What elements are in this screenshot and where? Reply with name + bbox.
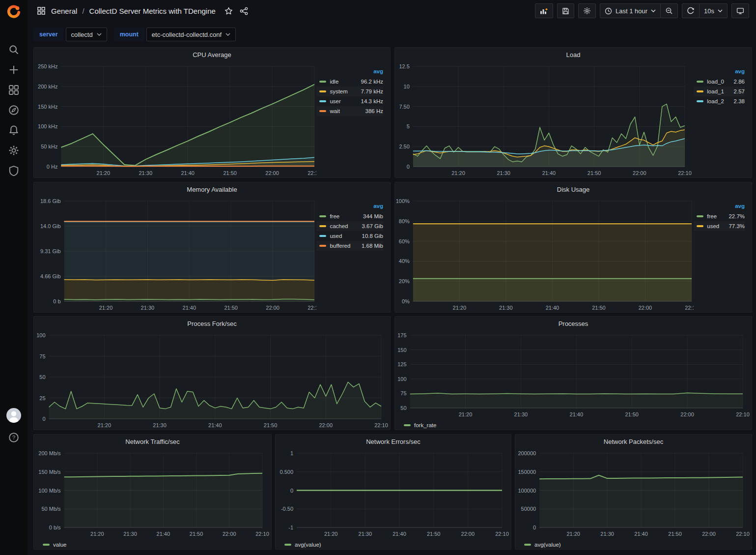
variable-server-value-dropdown[interactable]: collectd: [66, 28, 107, 41]
save-dashboard-button[interactable]: [557, 3, 574, 18]
series-color-dash: [319, 225, 326, 227]
legend-item-free[interactable]: free22.7%: [694, 211, 745, 221]
series-color-dash: [524, 544, 531, 546]
legend-item-used[interactable]: used77.3%: [694, 221, 745, 231]
search-icon[interactable]: [7, 43, 20, 56]
cycle-view-mode-button[interactable]: [731, 3, 749, 18]
refresh-interval-label: 10s: [704, 7, 714, 15]
svg-text:21:50: 21:50: [592, 305, 606, 311]
svg-text:22:10: 22:10: [736, 531, 750, 537]
dashboard-settings-button[interactable]: [578, 3, 596, 18]
svg-text:18.6 Gib: 18.6 Gib: [40, 198, 61, 204]
panel-title[interactable]: Processes: [395, 317, 752, 330]
star-icon[interactable]: [224, 6, 234, 16]
panel-title[interactable]: Network Traffic/sec: [34, 435, 271, 448]
svg-text:150000: 150000: [518, 469, 536, 475]
svg-text:22:00: 22:00: [319, 422, 333, 428]
configuration-gear-icon[interactable]: [7, 144, 20, 157]
svg-text:21:40: 21:40: [208, 422, 222, 428]
legend-item-buffered[interactable]: buffered1.68 Mib: [316, 241, 383, 251]
disk-usage-chart[interactable]: 21:2021:3021:4021:5022:0022:100%20%40%60…: [395, 196, 694, 313]
svg-text:22:00: 22:00: [223, 531, 236, 537]
alerting-bell-icon[interactable]: [7, 124, 20, 137]
svg-text:21:30: 21:30: [141, 305, 155, 311]
panel-title[interactable]: Disk Usage: [395, 182, 752, 196]
load-chart[interactable]: 21:2021:3021:4021:5022:0022:1002.5057.50…: [395, 61, 694, 178]
series-color-dash: [404, 424, 411, 426]
legend-item-avg(value)[interactable]: avg(value): [284, 542, 321, 548]
svg-text:22:00: 22:00: [461, 531, 475, 537]
legend-item-cached[interactable]: cached3.67 Gib: [316, 221, 383, 231]
grafana-logo-icon[interactable]: [5, 3, 22, 20]
legend-header: avg: [694, 68, 745, 77]
panel-title[interactable]: Memory Available: [34, 182, 390, 196]
legend-item-value[interactable]: value: [43, 542, 67, 548]
zoom-out-icon: [665, 7, 673, 15]
server-admin-shield-icon[interactable]: [7, 164, 20, 177]
svg-text:12.5: 12.5: [399, 63, 409, 69]
share-icon[interactable]: [239, 6, 249, 16]
chevron-down-icon: [651, 9, 656, 12]
time-range-picker[interactable]: Last 1 hour: [600, 3, 661, 18]
panel-title[interactable]: CPU Average: [34, 48, 390, 61]
explore-compass-icon[interactable]: [7, 104, 20, 117]
svg-text:0 b: 0 b: [53, 298, 60, 304]
svg-text:0: 0: [42, 416, 45, 422]
svg-text:21:30: 21:30: [499, 305, 513, 311]
variable-mount-value-dropdown[interactable]: etc-collectd-collectd.conf: [146, 28, 236, 41]
help-icon[interactable]: ?: [7, 431, 20, 444]
svg-text:21:30: 21:30: [123, 531, 137, 537]
legend-item-load_1[interactable]: load_12.57: [694, 87, 745, 96]
legend-item-used[interactable]: used10.8 Gib: [316, 231, 383, 241]
processes-chart[interactable]: 21:2021:3021:4021:5022:0022:105075100125…: [395, 330, 753, 420]
legend-item-wait[interactable]: wait386 Hz: [316, 106, 383, 116]
panel-title[interactable]: Load: [395, 48, 752, 61]
network-errors-chart[interactable]: 21:2021:3021:4021:5022:0022:10-1-0.5000.…: [276, 448, 512, 539]
process-fork-chart[interactable]: 21:2021:3021:4021:5022:0022:100255075100: [34, 330, 391, 431]
svg-text:100 kHz: 100 kHz: [38, 123, 57, 129]
panel-title[interactable]: Process Fork/sec: [34, 317, 390, 330]
network-packets-chart[interactable]: 21:2021:3021:4021:5022:0022:100500001000…: [515, 448, 753, 539]
add-panel-button[interactable]: [535, 3, 553, 18]
legend-item-load_2[interactable]: load_22.38: [694, 96, 745, 106]
create-plus-icon[interactable]: [7, 63, 20, 76]
disk-usage-legend: avg free22.7% used77.3%: [694, 196, 752, 313]
series-color-dash: [319, 100, 326, 102]
breadcrumb-folder[interactable]: General: [51, 7, 77, 15]
network-packets-legend: avg(value): [515, 539, 752, 550]
sidebar: ?: [0, 0, 28, 555]
legend-item-user[interactable]: user14.3 kHz: [316, 96, 383, 106]
svg-text:2.50: 2.50: [399, 144, 409, 149]
sidebar-nav: [0, 43, 28, 177]
network-traffic-chart[interactable]: 21:2021:3021:4021:5022:0022:100 b/s50 Mb…: [34, 448, 272, 539]
panel-title[interactable]: Network Packets/sec: [515, 435, 752, 448]
svg-text:75: 75: [400, 390, 406, 396]
legend-item-fork_rate[interactable]: fork_rate: [404, 422, 436, 428]
svg-text:21:50: 21:50: [427, 531, 441, 537]
series-color-dash: [319, 215, 326, 217]
zoom-out-button[interactable]: [661, 3, 678, 18]
refresh-button[interactable]: [682, 3, 700, 18]
dashboards-icon[interactable]: [7, 84, 20, 96]
svg-text:21:20: 21:20: [453, 305, 467, 311]
legend-item-avg(value)[interactable]: avg(value): [524, 542, 561, 548]
legend-item-free[interactable]: free344 Mib: [316, 211, 383, 221]
user-avatar[interactable]: [5, 407, 22, 424]
svg-text:21:30: 21:30: [600, 531, 614, 537]
svg-text:21:20: 21:20: [98, 422, 112, 428]
network-traffic-legend: value: [34, 539, 271, 550]
legend-item-load_0[interactable]: load_02.86: [694, 77, 745, 87]
svg-text:21:50: 21:50: [224, 305, 238, 311]
svg-text:21:40: 21:40: [392, 531, 406, 537]
legend-item-idle[interactable]: idle96.2 kHz: [316, 77, 383, 87]
refresh-interval-dropdown[interactable]: 10s: [700, 3, 728, 18]
cpu-average-chart[interactable]: 21:2021:3021:4021:5022:0022:100 Hz50 kHz…: [34, 61, 316, 178]
series-color-dash: [697, 81, 703, 83]
memory-available-chart[interactable]: 21:2021:3021:4021:5022:0022:100 b4.66 Gi…: [34, 196, 316, 313]
monitor-icon: [736, 7, 744, 15]
legend-item-system[interactable]: system7.79 kHz: [316, 87, 383, 96]
panel-title[interactable]: Network Errors/sec: [276, 435, 511, 448]
panel-network-errors: Network Errors/sec 21:2021:3021:4021:502…: [275, 434, 511, 550]
svg-text:4.66 Gib: 4.66 Gib: [40, 273, 61, 279]
svg-text:250 kHz: 250 kHz: [38, 63, 57, 69]
